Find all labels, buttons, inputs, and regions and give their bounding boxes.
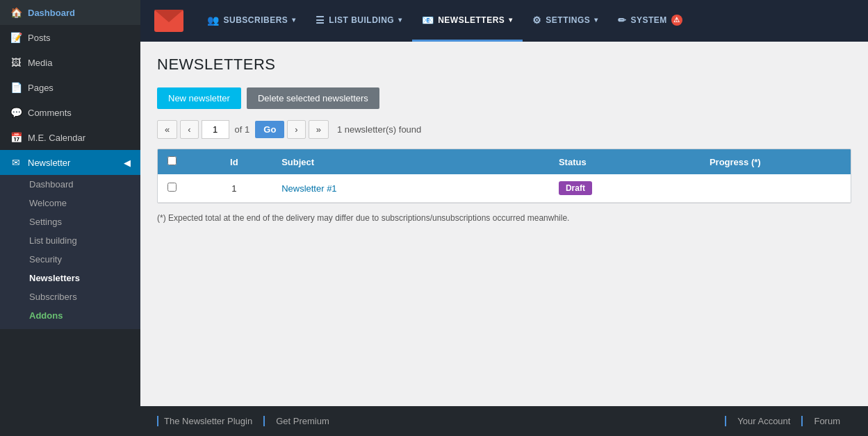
col-subject: Subject (272, 149, 549, 174)
status-badge: Draft (559, 181, 592, 195)
found-count: 1 newsletter(s) found (337, 124, 421, 135)
sidebar-item-posts[interactable]: 📝 Posts (0, 25, 140, 50)
footer-link-your-account[interactable]: Your Account (725, 416, 801, 426)
newsletter-logo (154, 10, 183, 32)
table-footnote: (*) Expected total at the end of the del… (157, 213, 851, 223)
system-nav-icon: ✏ (618, 15, 627, 26)
subscribers-nav-icon: 👥 (207, 15, 220, 26)
last-page-button[interactable]: » (309, 120, 329, 139)
table-row: 1 Newsletter #1 Draft (158, 174, 851, 203)
footer-link-newsletter-plugin[interactable]: The Newsletter Plugin (157, 416, 263, 426)
col-status: Status (549, 149, 700, 174)
chevron-down-icon: ▾ (398, 16, 402, 24)
sidebar-item-label: Media (28, 58, 52, 68)
calendar-icon: 📅 (10, 132, 22, 143)
footer-link-forum[interactable]: Forum (801, 416, 851, 426)
nav-subscribers[interactable]: 👥 SUBSCRIBERS ▾ (197, 0, 306, 42)
select-all-checkbox[interactable] (167, 156, 177, 165)
nav-label: SETTINGS (546, 15, 590, 25)
page-of-label: of 1 (235, 124, 250, 135)
sidebar-sub-list-building[interactable]: List building (0, 231, 140, 250)
sidebar-item-label: Dashboard (28, 8, 75, 18)
sidebar-item-label: Comments (28, 108, 72, 118)
row-progress (700, 174, 851, 203)
footer-bar: The Newsletter Plugin Get Premium Your A… (140, 406, 868, 436)
col-progress: Progress (*) (700, 149, 851, 174)
system-badge: ⚠ (671, 15, 682, 26)
new-newsletter-button[interactable]: New newsletter (157, 87, 241, 109)
nav-label: NEWSLETTERS (438, 15, 505, 25)
nav-label: LIST BUILDING (329, 15, 394, 25)
dashboard-icon: 🏠 (10, 7, 22, 18)
go-button[interactable]: Go (255, 121, 284, 138)
sidebar-sub-newsletters[interactable]: Newsletters (0, 269, 140, 287)
chevron-down-icon: ▾ (594, 16, 598, 24)
nav-system[interactable]: ✏ SYSTEM ⚠ (608, 0, 692, 42)
sidebar-item-pages[interactable]: 📄 Pages (0, 75, 140, 100)
settings-nav-icon: ⚙ (532, 15, 542, 26)
row-id: 1 (197, 174, 272, 203)
col-id: Id (197, 149, 272, 174)
sidebar-item-label: Pages (28, 83, 54, 93)
sidebar-item-calendar[interactable]: 📅 M.E. Calendar (0, 125, 140, 150)
row-checkbox-cell[interactable] (158, 174, 197, 203)
page-title: NEWSLETTERS (157, 56, 851, 74)
sidebar-sub-settings[interactable]: Settings (0, 212, 140, 231)
select-all-header (158, 149, 197, 174)
sidebar-sub-dashboard[interactable]: Dashboard (0, 175, 140, 194)
sidebar: 🏠 Dashboard 📝 Posts 🖼 Media 📄 Pages 💬 Co… (0, 0, 140, 436)
action-buttons: New newsletter Delete selected newslette… (157, 87, 851, 109)
footer-link-get-premium[interactable]: Get Premium (263, 416, 341, 426)
nav-settings[interactable]: ⚙ SETTINGS ▾ (523, 0, 608, 42)
list-building-nav-icon: ☰ (316, 15, 325, 26)
chevron-down-icon: ▾ (509, 16, 513, 24)
pagination: « ‹ of 1 Go › » 1 newsletter(s) found (157, 120, 851, 139)
prev-page-button[interactable]: ‹ (180, 120, 198, 139)
chevron-down-icon: ▾ (292, 16, 296, 24)
sidebar-item-label: Posts (28, 33, 51, 43)
nav-label: SUBSCRIBERS (224, 15, 288, 25)
chevron-right-icon: ◀ (124, 158, 131, 168)
sidebar-sub-addons[interactable]: Addons (0, 306, 140, 325)
comments-icon: 💬 (10, 107, 22, 118)
first-page-button[interactable]: « (157, 120, 177, 139)
sidebar-item-newsletter[interactable]: ✉ Newsletter ◀ (0, 150, 140, 175)
nav-items: 👥 SUBSCRIBERS ▾ ☰ LIST BUILDING ▾ 📧 NEWS… (197, 0, 692, 42)
posts-icon: 📝 (10, 32, 22, 43)
sidebar-item-label: M.E. Calendar (28, 133, 85, 143)
nav-list-building[interactable]: ☰ LIST BUILDING ▾ (306, 0, 412, 42)
content-area: NEWSLETTERS New newsletter Delete select… (140, 42, 868, 406)
sidebar-item-dashboard[interactable]: 🏠 Dashboard (0, 0, 140, 25)
main-area: 👥 SUBSCRIBERS ▾ ☰ LIST BUILDING ▾ 📧 NEWS… (140, 0, 868, 436)
sidebar-sub-security[interactable]: Security (0, 250, 140, 269)
media-icon: 🖼 (10, 57, 22, 68)
newsletter-icon: ✉ (10, 157, 22, 168)
sidebar-item-label: Newsletter (28, 158, 70, 168)
sidebar-item-comments[interactable]: 💬 Comments (0, 100, 140, 125)
next-page-button[interactable]: › (287, 120, 305, 139)
newsletters-nav-icon: 📧 (422, 15, 434, 26)
page-number-input[interactable] (202, 120, 229, 139)
row-status: Draft (549, 174, 700, 203)
delete-selected-button[interactable]: Delete selected newsletters (247, 87, 379, 109)
pages-icon: 📄 (10, 82, 22, 93)
newsletters-table: Id Subject Status Progress (*) 1 Newslet… (157, 149, 851, 203)
row-checkbox[interactable] (167, 183, 177, 192)
nav-newsletters[interactable]: 📧 NEWSLETTERS ▾ (412, 0, 523, 42)
row-subject[interactable]: Newsletter #1 (272, 174, 549, 203)
topnav: 👥 SUBSCRIBERS ▾ ☰ LIST BUILDING ▾ 📧 NEWS… (140, 0, 868, 42)
sidebar-item-media[interactable]: 🖼 Media (0, 50, 140, 75)
nav-label: SYSTEM (630, 15, 666, 25)
sidebar-sub-subscribers[interactable]: Subscribers (0, 287, 140, 306)
sidebar-sub-welcome[interactable]: Welcome (0, 194, 140, 212)
